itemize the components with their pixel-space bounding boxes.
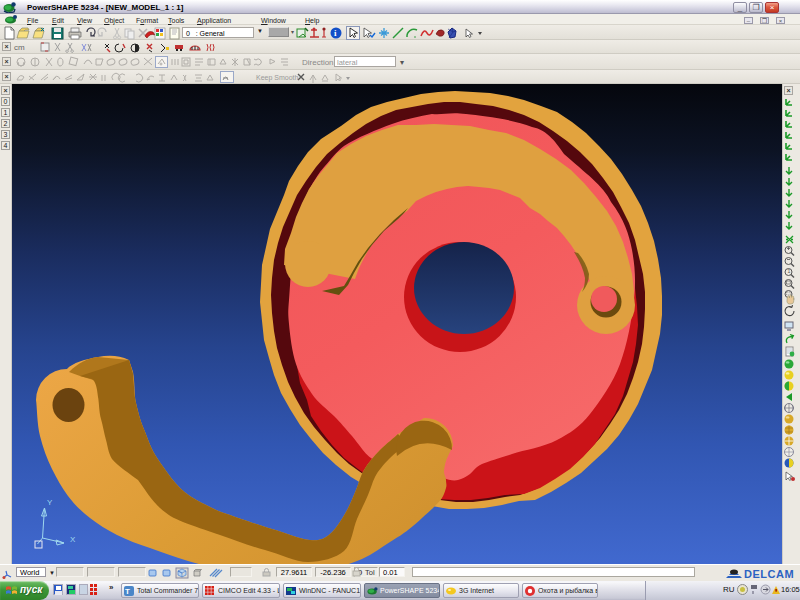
svg-text:X: X [70, 535, 76, 544]
svg-text:1: 1 [787, 268, 790, 274]
svg-text:T: T [125, 587, 130, 596]
svg-text:Y: Y [47, 498, 53, 507]
svg-text:DELCAM: DELCAM [744, 568, 794, 580]
